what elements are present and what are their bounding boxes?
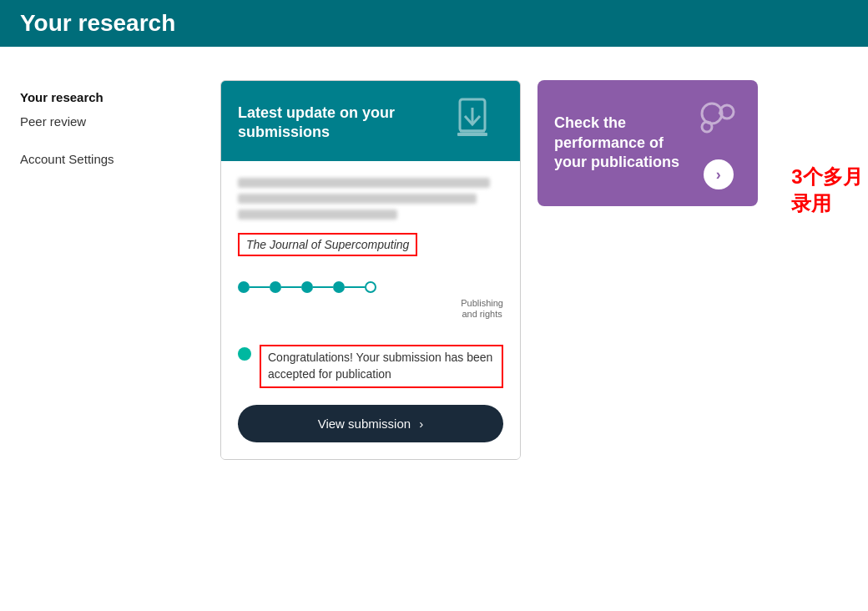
- view-submission-button[interactable]: View submission ›: [238, 405, 503, 442]
- progress-track: [238, 281, 503, 293]
- progress-line-1: [250, 286, 270, 288]
- blurred-line-2: [238, 194, 477, 204]
- view-submission-label: View submission: [318, 417, 411, 431]
- progress-dot-2: [270, 281, 281, 293]
- progress-dot-4: [333, 281, 345, 293]
- card-body: The Journal of Supercomputing: [221, 161, 520, 459]
- performance-card-text: Check the performance of your publicatio…: [554, 114, 695, 172]
- content-area: Latest update on your submissions: [220, 80, 858, 578]
- sidebar-item-your-research[interactable]: Your research: [20, 87, 204, 108]
- status-row: Congratulations! Your submission has bee…: [238, 345, 503, 387]
- card-header: Latest update on your submissions: [221, 81, 520, 161]
- status-message: Congratulations! Your submission has bee…: [260, 345, 503, 387]
- main-content: Your research Peer review Account Settin…: [0, 47, 868, 611]
- progress-line-2: [281, 286, 301, 288]
- arrow-right-icon: ›: [716, 166, 721, 184]
- progress-labels: Publishingand rights: [238, 298, 503, 320]
- progress-dot-5-active: [365, 281, 376, 293]
- sidebar-item-peer-review[interactable]: Peer review: [20, 111, 204, 132]
- submission-card: Latest update on your submissions: [220, 80, 521, 460]
- blurred-line-1: [238, 178, 490, 188]
- chevron-right-icon: ›: [416, 417, 423, 431]
- sidebar-item-account-settings[interactable]: Account Settings: [20, 149, 204, 169]
- status-dot: [238, 347, 251, 361]
- performance-chart-icon: [695, 97, 741, 143]
- progress-dot-3: [301, 281, 313, 293]
- card-header-title: Latest update on your submissions: [238, 104, 438, 143]
- performance-arrow-button[interactable]: ›: [704, 159, 734, 189]
- header-title: Your research: [20, 10, 175, 37]
- progress-line-4: [345, 286, 365, 288]
- progress-label-publishing: Publishingand rights: [461, 298, 503, 320]
- page-header: Your research: [0, 0, 868, 47]
- blurred-line-3: [238, 210, 397, 220]
- progress-tracker: Publishingand rights: [238, 273, 503, 328]
- sidebar: Your research Peer review Account Settin…: [20, 80, 204, 578]
- progress-dot-1: [238, 281, 250, 293]
- progress-line-3: [313, 286, 333, 288]
- svg-rect-3: [457, 133, 487, 136]
- performance-card-right: ›: [695, 97, 741, 189]
- chinese-annotation: 3个多月录用: [791, 164, 868, 217]
- download-icon: [453, 98, 503, 148]
- performance-card[interactable]: Check the performance of your publicatio…: [537, 80, 758, 206]
- journal-name: The Journal of Supercomputing: [238, 233, 417, 256]
- paper-title-blurred: [238, 178, 503, 220]
